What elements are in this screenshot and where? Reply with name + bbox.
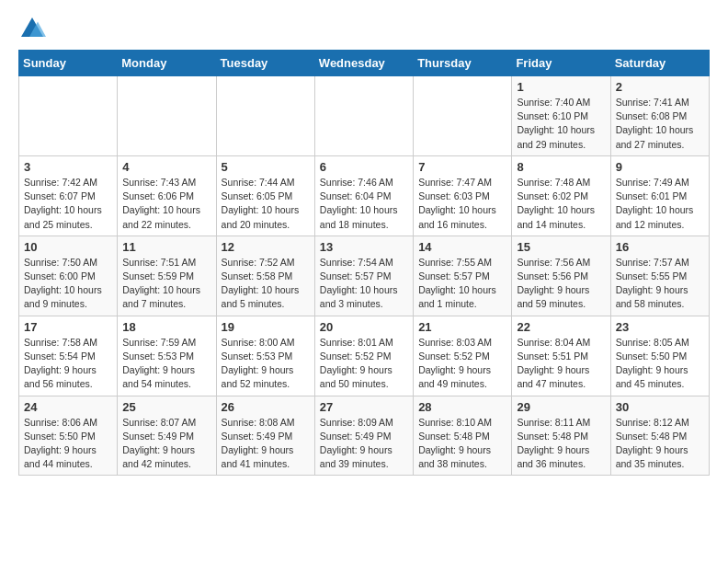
day-info: Sunrise: 7:44 AM Sunset: 6:05 PM Dayligh…: [222, 176, 310, 232]
calendar-cell: 28Sunrise: 8:10 AM Sunset: 5:48 PM Dayli…: [414, 396, 512, 476]
calendar-cell: 11Sunrise: 7:51 AM Sunset: 5:59 PM Dayli…: [118, 236, 216, 316]
day-info: Sunrise: 7:48 AM Sunset: 6:02 PM Dayligh…: [517, 176, 605, 232]
day-info: Sunrise: 7:49 AM Sunset: 6:01 PM Dayligh…: [616, 176, 704, 232]
calendar: SundayMondayTuesdayWednesdayThursdayFrid…: [18, 50, 710, 476]
calendar-cell: 10Sunrise: 7:50 AM Sunset: 6:00 PM Dayli…: [19, 236, 118, 316]
day-number: 12: [222, 240, 310, 254]
day-number: 24: [24, 400, 112, 414]
week-row-0: 1Sunrise: 7:40 AM Sunset: 6:10 PM Daylig…: [19, 76, 710, 156]
dow-header-thursday: Thursday: [414, 51, 512, 76]
day-number: 11: [122, 240, 210, 254]
calendar-cell: 6Sunrise: 7:46 AM Sunset: 6:04 PM Daylig…: [314, 155, 413, 236]
day-number: 30: [616, 400, 704, 414]
calendar-cell: 26Sunrise: 8:08 AM Sunset: 5:49 PM Dayli…: [216, 396, 314, 476]
day-info: Sunrise: 7:56 AM Sunset: 5:56 PM Dayligh…: [517, 256, 605, 312]
day-number: 15: [517, 240, 605, 254]
day-info: Sunrise: 8:00 AM Sunset: 5:53 PM Dayligh…: [222, 336, 310, 392]
logo-icon: [18, 15, 46, 42]
day-number: 16: [616, 240, 704, 254]
dow-header-saturday: Saturday: [610, 51, 709, 76]
week-row-2: 10Sunrise: 7:50 AM Sunset: 6:00 PM Dayli…: [19, 236, 710, 316]
day-number: 27: [320, 400, 408, 414]
calendar-cell: 30Sunrise: 8:12 AM Sunset: 5:48 PM Dayli…: [610, 396, 709, 476]
day-number: 21: [418, 320, 506, 334]
day-number: 25: [122, 400, 210, 414]
week-row-4: 24Sunrise: 8:06 AM Sunset: 5:50 PM Dayli…: [19, 396, 710, 476]
calendar-cell: 17Sunrise: 7:58 AM Sunset: 5:54 PM Dayli…: [19, 316, 118, 396]
day-number: 2: [616, 80, 704, 94]
calendar-cell: 9Sunrise: 7:49 AM Sunset: 6:01 PM Daylig…: [610, 155, 709, 236]
day-number: 17: [24, 320, 112, 334]
day-number: 10: [24, 240, 112, 254]
dow-header-tuesday: Tuesday: [216, 51, 314, 76]
day-number: 1: [517, 80, 605, 94]
calendar-cell: [118, 76, 216, 156]
calendar-cell: 14Sunrise: 7:55 AM Sunset: 5:57 PM Dayli…: [414, 236, 512, 316]
calendar-cell: [19, 76, 118, 156]
day-number: 19: [222, 320, 310, 334]
day-number: 6: [320, 160, 408, 174]
day-number: 8: [517, 160, 605, 174]
calendar-cell: 23Sunrise: 8:05 AM Sunset: 5:50 PM Dayli…: [610, 316, 709, 396]
day-number: 3: [24, 160, 112, 174]
calendar-cell: 16Sunrise: 7:57 AM Sunset: 5:55 PM Dayli…: [610, 236, 709, 316]
days-of-week-row: SundayMondayTuesdayWednesdayThursdayFrid…: [19, 51, 710, 76]
day-info: Sunrise: 7:50 AM Sunset: 6:00 PM Dayligh…: [24, 256, 112, 312]
calendar-body: 1Sunrise: 7:40 AM Sunset: 6:10 PM Daylig…: [19, 76, 710, 476]
day-info: Sunrise: 7:57 AM Sunset: 5:55 PM Dayligh…: [616, 256, 704, 312]
day-number: 14: [418, 240, 506, 254]
day-info: Sunrise: 8:07 AM Sunset: 5:49 PM Dayligh…: [122, 416, 210, 472]
day-number: 18: [122, 320, 210, 334]
calendar-cell: 24Sunrise: 8:06 AM Sunset: 5:50 PM Dayli…: [19, 396, 118, 476]
header: [18, 15, 710, 42]
calendar-cell: 2Sunrise: 7:41 AM Sunset: 6:08 PM Daylig…: [610, 76, 709, 156]
day-info: Sunrise: 7:40 AM Sunset: 6:10 PM Dayligh…: [517, 96, 605, 152]
calendar-cell: 27Sunrise: 8:09 AM Sunset: 5:49 PM Dayli…: [314, 396, 413, 476]
day-number: 22: [517, 320, 605, 334]
day-info: Sunrise: 7:58 AM Sunset: 5:54 PM Dayligh…: [24, 336, 112, 392]
day-info: Sunrise: 7:52 AM Sunset: 5:58 PM Dayligh…: [222, 256, 310, 312]
calendar-cell: [216, 76, 314, 156]
day-number: 5: [222, 160, 310, 174]
day-number: 13: [320, 240, 408, 254]
calendar-cell: 25Sunrise: 8:07 AM Sunset: 5:49 PM Dayli…: [118, 396, 216, 476]
day-number: 4: [122, 160, 210, 174]
day-info: Sunrise: 8:05 AM Sunset: 5:50 PM Dayligh…: [616, 336, 704, 392]
day-info: Sunrise: 7:59 AM Sunset: 5:53 PM Dayligh…: [122, 336, 210, 392]
day-info: Sunrise: 7:41 AM Sunset: 6:08 PM Dayligh…: [616, 96, 704, 152]
logo: [18, 15, 50, 42]
calendar-cell: 20Sunrise: 8:01 AM Sunset: 5:52 PM Dayli…: [314, 316, 413, 396]
day-info: Sunrise: 7:43 AM Sunset: 6:06 PM Dayligh…: [122, 176, 210, 232]
day-info: Sunrise: 7:42 AM Sunset: 6:07 PM Dayligh…: [24, 176, 112, 232]
day-info: Sunrise: 8:11 AM Sunset: 5:48 PM Dayligh…: [517, 416, 605, 472]
calendar-cell: 4Sunrise: 7:43 AM Sunset: 6:06 PM Daylig…: [118, 155, 216, 236]
calendar-cell: [414, 76, 512, 156]
calendar-cell: 21Sunrise: 8:03 AM Sunset: 5:52 PM Dayli…: [414, 316, 512, 396]
calendar-cell: 7Sunrise: 7:47 AM Sunset: 6:03 PM Daylig…: [414, 155, 512, 236]
day-info: Sunrise: 7:51 AM Sunset: 5:59 PM Dayligh…: [122, 256, 210, 312]
week-row-1: 3Sunrise: 7:42 AM Sunset: 6:07 PM Daylig…: [19, 155, 710, 236]
day-info: Sunrise: 8:01 AM Sunset: 5:52 PM Dayligh…: [320, 336, 408, 392]
day-number: 28: [418, 400, 506, 414]
calendar-cell: 13Sunrise: 7:54 AM Sunset: 5:57 PM Dayli…: [314, 236, 413, 316]
calendar-cell: 3Sunrise: 7:42 AM Sunset: 6:07 PM Daylig…: [19, 155, 118, 236]
day-info: Sunrise: 8:04 AM Sunset: 5:51 PM Dayligh…: [517, 336, 605, 392]
calendar-cell: 15Sunrise: 7:56 AM Sunset: 5:56 PM Dayli…: [512, 236, 610, 316]
calendar-cell: [314, 76, 413, 156]
day-info: Sunrise: 8:09 AM Sunset: 5:49 PM Dayligh…: [320, 416, 408, 472]
calendar-cell: 5Sunrise: 7:44 AM Sunset: 6:05 PM Daylig…: [216, 155, 314, 236]
day-number: 9: [616, 160, 704, 174]
day-info: Sunrise: 7:55 AM Sunset: 5:57 PM Dayligh…: [418, 256, 506, 312]
day-number: 26: [222, 400, 310, 414]
calendar-cell: 12Sunrise: 7:52 AM Sunset: 5:58 PM Dayli…: [216, 236, 314, 316]
page-container: SundayMondayTuesdayWednesdayThursdayFrid…: [0, 0, 728, 490]
calendar-cell: 22Sunrise: 8:04 AM Sunset: 5:51 PM Dayli…: [512, 316, 610, 396]
calendar-cell: 1Sunrise: 7:40 AM Sunset: 6:10 PM Daylig…: [512, 76, 610, 156]
calendar-cell: 18Sunrise: 7:59 AM Sunset: 5:53 PM Dayli…: [118, 316, 216, 396]
day-info: Sunrise: 8:08 AM Sunset: 5:49 PM Dayligh…: [222, 416, 310, 472]
day-info: Sunrise: 7:47 AM Sunset: 6:03 PM Dayligh…: [418, 176, 506, 232]
dow-header-sunday: Sunday: [19, 51, 118, 76]
calendar-cell: 8Sunrise: 7:48 AM Sunset: 6:02 PM Daylig…: [512, 155, 610, 236]
day-number: 7: [418, 160, 506, 174]
day-info: Sunrise: 8:06 AM Sunset: 5:50 PM Dayligh…: [24, 416, 112, 472]
